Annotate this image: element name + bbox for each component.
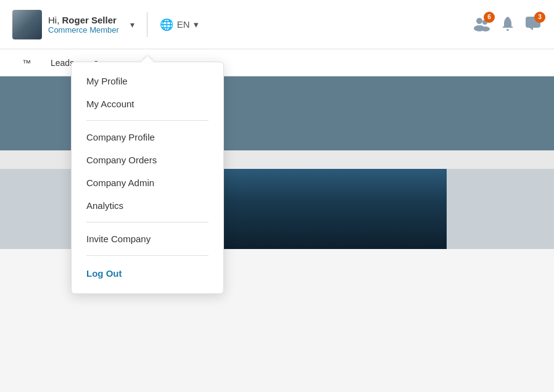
menu-item-invite-company[interactable]: Invite Company [72,227,223,250]
menu-item-company-orders[interactable]: Company Orders [72,149,223,171]
user-role: Commerce Member [48,25,119,35]
language-dropdown-arrow: ▾ [194,19,199,30]
menu-divider-2 [86,222,209,223]
menu-item-company-profile[interactable]: Company Profile [72,126,223,149]
language-label: EN [177,19,190,30]
language-selector[interactable]: 🌐 EN ▾ [160,18,199,31]
menu-divider-3 [86,255,209,256]
notification-icon-button[interactable] [501,15,515,34]
avatar-image [12,10,42,39]
bell-icon [501,15,515,31]
header-divider [147,12,147,37]
menu-item-my-account[interactable]: My Account [72,92,223,115]
menu-item-company-admin[interactable]: Company Admin [72,171,223,194]
globe-icon: 🌐 [160,18,173,31]
svg-point-3 [481,27,490,31]
svg-point-0 [476,18,482,24]
username: Roger Seller [62,15,117,25]
user-info: Hi, Roger Seller Commerce Member [48,15,119,35]
header-left: Hi, Roger Seller Commerce Member ▾ [12,10,134,39]
header-icons: 6 3 [473,15,542,34]
greeting-text: Hi, Roger Seller [48,15,119,25]
nav-trademark: ™ [12,49,41,76]
menu-item-analytics[interactable]: Analytics [72,194,223,217]
chat-badge: 3 [534,12,545,23]
people-icon-button[interactable]: 6 [473,15,491,34]
menu-divider-1 [86,120,209,121]
dropdown-menu: My Profile My Account Company Profile Co… [71,62,224,294]
people-badge: 6 [484,12,495,23]
avatar [12,10,42,39]
svg-marker-6 [529,28,533,30]
menu-item-my-profile[interactable]: My Profile [72,70,223,92]
user-dropdown-arrow[interactable]: ▾ [130,20,134,30]
header: Hi, Roger Seller Commerce Member ▾ 🌐 EN … [0,0,554,49]
svg-rect-4 [506,29,509,31]
chat-icon-button[interactable]: 3 [524,15,542,34]
menu-item-log-out[interactable]: Log Out [72,261,223,286]
